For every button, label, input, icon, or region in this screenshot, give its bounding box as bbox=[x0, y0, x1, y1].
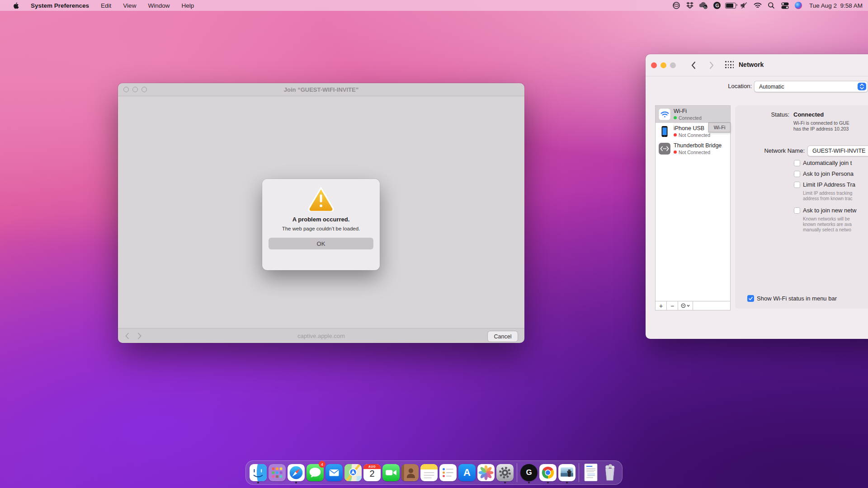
minimize-button[interactable] bbox=[660, 62, 666, 68]
menu-view[interactable]: View bbox=[117, 0, 142, 11]
menu-window[interactable]: Window bbox=[142, 0, 175, 11]
location-dropdown[interactable]: Automatic bbox=[754, 81, 868, 92]
location-value: Automatic bbox=[759, 84, 784, 90]
running-indicator bbox=[295, 482, 297, 483]
notification-badge: 4 bbox=[319, 461, 326, 468]
cloud-sync-icon[interactable]: ↻ bbox=[698, 0, 709, 11]
battery-icon[interactable] bbox=[725, 0, 736, 11]
dock: 4 AUG 2 A G bbox=[245, 460, 623, 485]
creative-cloud-icon[interactable] bbox=[671, 0, 682, 11]
service-row-thunderbolt-bridge[interactable]: Thunderbolt Bridge Not Connected bbox=[656, 140, 730, 157]
dock-mail-icon[interactable] bbox=[326, 461, 343, 484]
spotlight-icon[interactable] bbox=[766, 0, 777, 11]
captive-title-bar[interactable]: Join “GUEST-WIFI-INVITE” bbox=[118, 83, 524, 96]
dock-calendar-icon[interactable]: AUG 2 bbox=[363, 461, 381, 484]
network-window-title: Network bbox=[739, 61, 764, 68]
service-name: Wi-Fi bbox=[674, 108, 702, 114]
status-label: Status: bbox=[735, 111, 789, 118]
network-name-value: GUEST-WIFI-INVITE bbox=[812, 148, 865, 154]
dock-reminders-icon[interactable] bbox=[439, 461, 457, 484]
dock-launchpad-icon[interactable] bbox=[269, 461, 286, 484]
checkbox[interactable] bbox=[794, 207, 800, 214]
control-center-icon[interactable] bbox=[779, 0, 791, 11]
dock-recent-document-icon[interactable] bbox=[582, 461, 599, 484]
close-button[interactable] bbox=[651, 62, 657, 68]
menu-help[interactable]: Help bbox=[175, 0, 200, 11]
dock-finder-icon[interactable] bbox=[250, 461, 267, 484]
back-button[interactable] bbox=[689, 61, 698, 70]
captive-portal-window: Join “GUEST-WIFI-INVITE” A problem occur… bbox=[118, 83, 524, 343]
sound-muted-icon[interactable] bbox=[739, 0, 750, 11]
dock-system-preferences-icon[interactable] bbox=[496, 461, 514, 484]
service-row-wifi[interactable]: Wi-Fi Connected bbox=[656, 106, 730, 123]
captive-content: A problem occurred. The web page couldn’… bbox=[118, 96, 524, 328]
status-description: Wi-Fi is connected to GUE has the IP add… bbox=[793, 120, 849, 131]
show-all-grid-icon[interactable] bbox=[725, 61, 734, 69]
check-icon bbox=[749, 297, 753, 300]
dialog-message: The web page couldn’t be loaded. bbox=[282, 226, 360, 231]
network-title-bar[interactable]: Network bbox=[646, 54, 868, 76]
g-app-icon[interactable]: G bbox=[712, 0, 723, 11]
dock-app-store-icon[interactable]: A bbox=[458, 461, 476, 484]
dock-messages-icon[interactable]: 4 bbox=[307, 461, 324, 484]
thunderbolt-bridge-icon bbox=[659, 143, 670, 155]
running-indicator bbox=[547, 482, 549, 483]
forward-button[interactable] bbox=[707, 61, 716, 70]
service-list: Wi-Fi Connected iPhone USB Not Connected… bbox=[655, 105, 731, 310]
zoom-button[interactable] bbox=[670, 62, 676, 68]
calendar-month: AUG bbox=[363, 465, 381, 468]
ok-button[interactable]: OK bbox=[269, 238, 373, 249]
dock-trash-icon[interactable] bbox=[601, 461, 618, 484]
personal-hotspot-checkbox-row[interactable]: Ask to join Persona bbox=[794, 170, 854, 177]
dock-contacts-icon[interactable] bbox=[401, 461, 419, 484]
dock-safari-icon[interactable] bbox=[288, 461, 305, 484]
actions-gear-icon bbox=[681, 303, 686, 308]
dock-chrome-icon[interactable] bbox=[539, 461, 557, 484]
service-list-toolbar: + − bbox=[656, 301, 730, 310]
running-indicator bbox=[504, 482, 506, 483]
apple-icon bbox=[12, 2, 19, 9]
dock-separator bbox=[517, 463, 517, 482]
limit-ip-checkbox-row[interactable]: Limit IP Address Tra bbox=[794, 181, 855, 188]
chevron-down-icon bbox=[687, 305, 690, 307]
apple-menu[interactable] bbox=[6, 0, 25, 11]
auto-join-checkbox-row[interactable]: Automatically join t bbox=[794, 160, 852, 166]
checkbox[interactable] bbox=[794, 160, 800, 166]
running-indicator bbox=[528, 482, 530, 483]
checkbox[interactable] bbox=[794, 182, 800, 188]
dock-logitech-g-hub-icon[interactable]: G bbox=[520, 461, 538, 484]
dock-preview-icon[interactable] bbox=[558, 461, 576, 484]
cancel-button[interactable]: Cancel bbox=[487, 331, 518, 342]
remove-service-button[interactable]: − bbox=[667, 301, 678, 310]
wifi-detail-pane: Status: Connected Wi-Fi is connected to … bbox=[735, 105, 868, 309]
status-dot-red bbox=[674, 150, 677, 154]
show-wifi-status-checkbox-row[interactable]: Show Wi-Fi status in menu bar bbox=[747, 295, 837, 302]
add-service-button[interactable]: + bbox=[656, 301, 667, 310]
menu-app-name[interactable]: System Preferences bbox=[25, 2, 95, 9]
dock-photos-icon[interactable] bbox=[477, 461, 495, 484]
dock-maps-icon[interactable] bbox=[344, 461, 362, 484]
checkbox-label: Limit IP Address Tra bbox=[803, 181, 855, 188]
checkbox-label: Show Wi-Fi status in menu bar bbox=[757, 295, 837, 302]
captive-url: captive.apple.com bbox=[118, 333, 524, 339]
dock-facetime-icon[interactable] bbox=[382, 461, 400, 484]
location-label: Location: bbox=[646, 83, 752, 89]
captive-status-bar: captive.apple.com Cancel bbox=[118, 328, 524, 343]
iphone-usb-icon bbox=[659, 126, 670, 137]
menu-edit[interactable]: Edit bbox=[95, 0, 117, 11]
dock-notes-icon[interactable] bbox=[420, 461, 438, 484]
captive-window-title: Join “GUEST-WIFI-INVITE” bbox=[118, 86, 524, 93]
menu-bar-clock[interactable]: Tue Aug 2 9:58 AM bbox=[807, 2, 863, 9]
wifi-icon[interactable] bbox=[752, 0, 764, 11]
service-actions-button[interactable] bbox=[678, 301, 693, 310]
network-name-dropdown[interactable]: GUEST-WIFI-INVITE bbox=[807, 145, 868, 156]
ask-new-networks-checkbox-row[interactable]: Ask to join new netw bbox=[794, 207, 857, 214]
checkbox[interactable] bbox=[794, 171, 800, 177]
dropbox-icon[interactable] bbox=[684, 0, 696, 11]
status-value: Connected bbox=[793, 111, 824, 118]
warning-triangle-icon bbox=[307, 186, 335, 211]
checkbox-label: Ask to join new netw bbox=[803, 207, 857, 214]
siri-icon[interactable] bbox=[793, 0, 804, 11]
dropdown-stepper-icon bbox=[858, 83, 866, 90]
checkbox-checked[interactable] bbox=[747, 295, 754, 302]
